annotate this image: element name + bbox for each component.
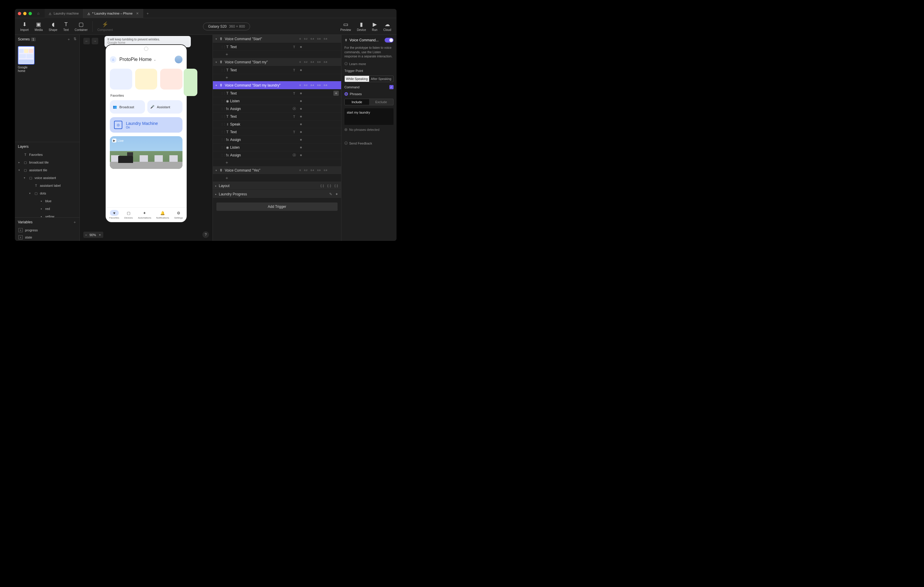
add-response-button[interactable]: ＋ xyxy=(213,159,341,166)
drag-handle-icon[interactable]: ⋮⋮ xyxy=(221,130,225,133)
trigger-row[interactable]: ▾🎙Voice Command "Yes"00.20.40.60.8 xyxy=(213,166,341,174)
shape-button[interactable]: ◖Shape xyxy=(46,21,60,31)
chevron-down-icon[interactable]: ▾ xyxy=(213,169,219,172)
layer-item[interactable]: Tassistant label xyxy=(15,182,79,189)
chevron-down-icon[interactable]: ▾ xyxy=(213,84,219,87)
layer-item[interactable]: ▪red xyxy=(15,205,79,213)
response-row[interactable]: ⋮⋮TTextT＋ xyxy=(213,89,341,97)
drag-handle-icon[interactable]: ⋮⋮ xyxy=(221,45,225,48)
scene-google-home[interactable]: Google home xyxy=(18,46,35,73)
media-button[interactable]: ▣Media xyxy=(31,21,46,31)
zoom-out-button[interactable]: − xyxy=(85,233,87,237)
help-button[interactable]: ? xyxy=(203,231,209,238)
phone-tab[interactable]: 🔔Notifications xyxy=(156,210,169,219)
chevron-down-icon[interactable]: ▾ xyxy=(213,61,219,64)
include-exclude-segment[interactable]: Include Exclude xyxy=(345,99,394,105)
phone-tab[interactable]: ✦Automations xyxy=(138,210,151,219)
section-row[interactable]: ▸Laundry Progress✎✦ xyxy=(213,190,341,198)
chevron-right-icon[interactable]: ▸ xyxy=(213,184,219,187)
trigger-row[interactable]: ▾🎙Voice Command "Start my"00.20.40.60.8 xyxy=(213,58,341,66)
drag-handle-icon[interactable]: ⋮⋮ xyxy=(221,123,225,126)
preview-button[interactable]: ▭Preview xyxy=(337,21,354,31)
variable-row[interactable]: xstate xyxy=(15,234,79,241)
response-row[interactable]: ⋮⋮◉Listen xyxy=(213,97,341,105)
drag-handle-icon[interactable]: ⋮⋮ xyxy=(221,99,225,103)
drag-handle-icon[interactable]: ⋮⋮ xyxy=(221,92,225,95)
disclosure-arrow-icon[interactable]: ▾ xyxy=(29,192,32,195)
forward-button[interactable]: → xyxy=(92,38,98,44)
phone-tab[interactable]: ♥Favorites xyxy=(109,210,119,219)
section-row[interactable]: ▸Layout⟨·⟩⟨·⟩⟨·⟩ xyxy=(213,182,341,190)
camera-card[interactable]: ▶Live xyxy=(110,136,183,169)
add-response-button[interactable]: ＋ xyxy=(213,174,341,182)
send-feedback-link[interactable]: ⓘSend Feedback xyxy=(345,141,394,145)
add-trigger-button[interactable]: Add Trigger xyxy=(216,202,338,211)
layer-item[interactable]: ▾▢voice assistant xyxy=(15,174,79,182)
phone-title[interactable]: ProtoPie Home⌄ xyxy=(119,57,172,62)
response-row[interactable]: ⋮⋮fxAssign xyxy=(213,136,341,144)
trigger-row[interactable]: ▾🎙Voice Command "Start"00.20.40.60.8 xyxy=(213,35,341,43)
seg-after-speaking[interactable]: After Speaking xyxy=(369,76,394,82)
response-row[interactable]: ⋮⋮fxAssignⓧ xyxy=(213,105,341,113)
add-variable-icon[interactable]: ＋ xyxy=(73,220,76,225)
phone-preview[interactable]: ⌂ ProtoPie Home⌄ Favorites 👥Broadcast 🎤A… xyxy=(105,44,187,223)
quick-tile-3[interactable] xyxy=(160,69,183,89)
back-button[interactable]: ← xyxy=(83,38,90,44)
variable-row[interactable]: xprogress xyxy=(15,227,79,234)
layer-item[interactable]: ▾▢dots xyxy=(15,189,79,197)
drag-handle-icon[interactable]: ⋮⋮ xyxy=(221,138,225,141)
tab-laundry-machine[interactable]: ◬ Laundry machine xyxy=(45,9,83,18)
drag-handle-icon[interactable]: ⋮⋮ xyxy=(221,153,225,157)
trigger-point-segment[interactable]: While Speaking After Speaking xyxy=(345,76,394,82)
seg-while-speaking[interactable]: While Speaking xyxy=(345,76,369,82)
phrase-input[interactable]: start my laundry xyxy=(345,108,394,125)
assistant-tile[interactable]: 🎤Assistant xyxy=(147,100,183,113)
cloud-button[interactable]: ☁Cloud xyxy=(380,21,394,31)
run-button[interactable]: ▶Run xyxy=(369,21,380,31)
phone-tab[interactable]: ▢Devices xyxy=(124,210,133,219)
new-tab-button[interactable]: ＋ xyxy=(143,9,152,18)
enable-toggle[interactable] xyxy=(384,38,394,43)
response-row[interactable]: ⋮⋮TTextT xyxy=(213,43,341,51)
add-scene-icon[interactable]: ＋ xyxy=(67,37,71,42)
layer-item[interactable]: ▪blue xyxy=(15,197,79,205)
canvas[interactable]: ← → It will keep tumbling to prevent wri… xyxy=(80,35,213,241)
disclosure-arrow-icon[interactable]: ▸ xyxy=(18,161,21,164)
command-checkbox[interactable]: ✓ xyxy=(389,85,394,89)
quick-tile-2[interactable] xyxy=(135,69,157,89)
phrases-radio[interactable]: Phrases xyxy=(345,92,394,96)
layer-item[interactable]: ▪yellow xyxy=(15,213,79,217)
seg-include[interactable]: Include xyxy=(345,99,369,105)
broadcast-tile[interactable]: 👥Broadcast xyxy=(110,100,145,113)
chevron-right-icon[interactable]: ▸ xyxy=(213,193,219,196)
add-response-button[interactable]: ＋ xyxy=(213,74,341,81)
response-row[interactable]: ⋮⋮TTextT xyxy=(213,128,341,136)
drag-handle-icon[interactable]: ⋮⋮ xyxy=(221,146,225,149)
response-row[interactable]: ⋮⋮TTextT xyxy=(213,66,341,74)
zoom-in-button[interactable]: ＋ xyxy=(98,233,102,237)
disclosure-arrow-icon[interactable]: ▾ xyxy=(24,176,27,179)
device-selector[interactable]: Galaxy S20 360 × 800 xyxy=(203,23,250,30)
layer-item[interactable]: ▸▢broadcast tile xyxy=(15,158,79,166)
drag-handle-icon[interactable]: ⋮⋮ xyxy=(221,115,225,118)
response-row[interactable]: ⋮⋮TTextT xyxy=(213,113,341,120)
add-inline-icon[interactable]: ＋ xyxy=(333,91,339,96)
trigger-row[interactable]: ▾🎙Voice Command "Start my laundry"00.20.… xyxy=(213,81,341,89)
laundry-card[interactable]: ◎ Laundry MachineOn xyxy=(110,117,183,133)
maximize-window-button[interactable] xyxy=(28,12,32,15)
close-window-button[interactable] xyxy=(18,12,21,15)
disclosure-arrow-icon[interactable]: ▾ xyxy=(18,169,21,172)
home-icon[interactable]: ⌂ xyxy=(37,11,39,15)
import-button[interactable]: ⬇Import xyxy=(17,21,31,31)
minimize-window-button[interactable] xyxy=(23,12,26,15)
phone-tab[interactable]: ⚙Settings xyxy=(174,210,183,219)
text-button[interactable]: TText xyxy=(60,21,72,31)
chevron-down-icon[interactable]: ▾ xyxy=(213,38,219,40)
quick-tile-1[interactable] xyxy=(110,69,132,89)
drag-handle-icon[interactable]: ⋮⋮ xyxy=(221,107,225,110)
tab-laundry-phone[interactable]: ◬ * Laundry machine – Phone ✕ xyxy=(83,9,144,18)
container-button[interactable]: ▢Container xyxy=(72,21,91,31)
layer-item[interactable]: ▾▢assistant tile xyxy=(15,166,79,174)
response-row[interactable]: ⋮⋮fxAssignⓧ xyxy=(213,151,341,159)
device-button[interactable]: ▮Device xyxy=(354,21,369,31)
